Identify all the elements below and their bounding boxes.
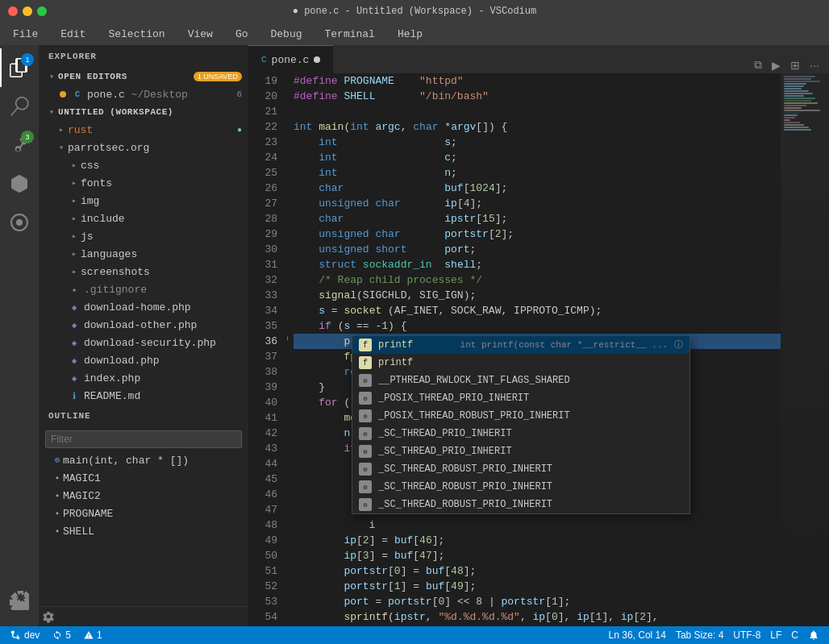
outline-shell[interactable]: ▪ SHELL: [39, 522, 248, 540]
folder-fonts[interactable]: ▸ fonts: [39, 174, 248, 192]
file-readme[interactable]: ℹ README.md: [39, 387, 248, 405]
code-line-54: sprintf(ipstr, "%d.%d.%d.%d", ip[0], ip[…: [294, 609, 781, 625]
menu-go[interactable]: Go: [231, 27, 253, 42]
run-button[interactable]: ▶: [769, 57, 784, 73]
square-icon: ▪: [55, 527, 60, 536]
chevron-right-icon: ▸: [68, 267, 81, 276]
function-icon: f: [359, 356, 372, 369]
autocomplete-item-pthread[interactable]: ⚙ __PTHREAD_RWLOCK_INT_FLAGS_SHARED: [352, 372, 689, 389]
chevron-right-icon: ▸: [68, 196, 81, 206]
md-icon: ℹ: [68, 389, 81, 402]
autocomplete-label: _SC_THREAD_PRIO_INHERIT: [378, 426, 683, 442]
activity-search[interactable]: [0, 87, 39, 126]
open-editors-section: ▾ OPEN EDITORS 1 UNSAVED C pone.c ~/Desk…: [39, 68, 248, 103]
menu-debug[interactable]: Debug: [265, 27, 306, 42]
workspace-header[interactable]: ▾ UNTITLED (WORKSPACE): [39, 103, 248, 121]
code-line-21: [294, 104, 781, 119]
keyword-icon: ⚙: [359, 498, 372, 511]
outline-progname[interactable]: ▪ PROGNAME: [39, 505, 248, 522]
sidebar-settings[interactable]: [39, 606, 248, 626]
file-index[interactable]: ◈ index.php: [39, 369, 248, 387]
folder-rust[interactable]: ▸ rust ●: [39, 121, 248, 139]
outline-magic1[interactable]: ▪ MAGIC1: [39, 469, 248, 487]
folder-include[interactable]: ▸ include: [39, 210, 248, 227]
autocomplete-item-posix1[interactable]: ⚙ _POSIX_THREAD_PRIO_INHERIT: [352, 389, 689, 407]
activity-extensions[interactable]: [0, 164, 39, 203]
chevron-down-icon: ▾: [55, 143, 68, 152]
autocomplete-label: _POSIX_THREAD_PRIO_INHERIT: [378, 391, 683, 406]
folder-languages[interactable]: ▸ languages: [39, 245, 248, 263]
file-download[interactable]: ◈ download.php: [39, 351, 248, 369]
dirty-dot-icon: [55, 88, 68, 101]
more-actions-button[interactable]: ···: [806, 57, 823, 73]
window-controls[interactable]: [8, 6, 47, 16]
status-language[interactable]: C: [788, 629, 802, 641]
status-cursor[interactable]: Ln 36, Col 14: [606, 629, 669, 641]
activity-settings[interactable]: [0, 581, 39, 620]
open-editors-header[interactable]: ▾ OPEN EDITORS 1 UNSAVED: [39, 68, 248, 85]
folder-screenshots[interactable]: ▸ screenshots: [39, 263, 248, 280]
split-editor-button[interactable]: ⧉: [751, 56, 765, 73]
chevron-right-icon: ▸: [68, 231, 81, 241]
layout-button[interactable]: ⊞: [787, 57, 803, 73]
autocomplete-item-sc2[interactable]: ⚙ _SC_THREAD_PRIO_INHERIT: [352, 442, 689, 460]
file-download-other[interactable]: ◈ download-other.php: [39, 316, 248, 334]
autocomplete-item-sc3[interactable]: ⚙ _SC_THREAD_ROBUST_PRIO_INHERIT: [352, 460, 689, 478]
autocomplete-item-posix2[interactable]: ⚙ _POSIX_THREAD_ROBUST_PRIO_INHERIT: [352, 407, 689, 425]
lightbulb-icon[interactable]: 💡: [287, 334, 290, 349]
status-line-ending[interactable]: LF: [767, 629, 785, 641]
code-editor[interactable]: 19 20 21 22 23 24 25 26 27 28 29 30 31 3…: [248, 73, 781, 626]
keyword-icon: ⚙: [359, 427, 372, 440]
menu-file[interactable]: File: [8, 27, 43, 42]
autocomplete-dropdown[interactable]: f printf int printf(const char *__restri…: [352, 335, 690, 514]
file-download-security[interactable]: ◈ download-security.php: [39, 334, 248, 351]
status-branch[interactable]: dev: [6, 629, 43, 641]
tab-actions: ⧉ ▶ ⊞ ···: [751, 56, 829, 73]
status-encoding[interactable]: UTF-8: [730, 629, 764, 641]
menu-help[interactable]: Help: [393, 27, 427, 42]
menu-edit[interactable]: Edit: [56, 27, 90, 42]
autocomplete-item-sc1[interactable]: ⚙ _SC_THREAD_PRIO_INHERIT: [352, 425, 689, 442]
outline-section: OUTLINE ⊙ main(int, char * []) ▪ MAGIC1 …: [39, 405, 248, 606]
menu-terminal[interactable]: Terminal: [320, 27, 380, 42]
status-sync[interactable]: 5: [49, 629, 74, 641]
folder-img[interactable]: ▸ img: [39, 192, 248, 210]
explorer-header: EXPLORER: [39, 45, 248, 68]
folder-js[interactable]: ▸ js: [39, 227, 248, 245]
activity-remote[interactable]: [0, 203, 39, 242]
code-line-33: signal(SIGCHLD, SIG_IGN);: [294, 288, 781, 303]
autocomplete-item-printf1[interactable]: f printf int printf(const char *__restri…: [352, 336, 689, 354]
autocomplete-item-sc4[interactable]: ⚙ _SC_THREAD_ROBUST_PRIO_INHERIT: [352, 478, 689, 496]
status-notification[interactable]: [805, 629, 823, 641]
maximize-button[interactable]: [37, 6, 47, 16]
activity-explorer[interactable]: 1: [0, 48, 39, 87]
status-warning[interactable]: 1: [81, 629, 106, 641]
keyword-icon: ⚙: [359, 392, 372, 405]
chevron-right-icon: ▸: [68, 214, 81, 223]
menu-view[interactable]: View: [183, 27, 218, 42]
outline-filter-input[interactable]: [45, 430, 242, 448]
autocomplete-label: printf: [378, 338, 443, 353]
menu-selection[interactable]: Selection: [103, 27, 169, 42]
open-file-pone-c[interactable]: C pone.c ~/Desktop 6: [39, 85, 248, 103]
outline-main-function[interactable]: ⊙ main(int, char * []): [39, 451, 248, 469]
file-gitignore[interactable]: ✦ .gitignore: [39, 280, 248, 298]
close-button[interactable]: [8, 6, 18, 16]
tab-pone-c[interactable]: C pone.c: [248, 45, 333, 73]
chevron-down-icon: ▾: [45, 107, 58, 117]
outline-header[interactable]: OUTLINE: [39, 405, 248, 427]
autocomplete-item-printf2[interactable]: f printf: [352, 354, 689, 372]
code-line-28: char ipstr[15];: [294, 211, 781, 226]
minimize-button[interactable]: [23, 6, 32, 16]
keyword-icon: ⚙: [359, 409, 372, 422]
file-download-home[interactable]: ◈ download-home.php: [39, 298, 248, 316]
workspace-section: ▾ UNTITLED (WORKSPACE) ▸ rust ● ▾ parrot…: [39, 103, 248, 405]
activity-source-control[interactable]: 3: [0, 126, 39, 164]
outline-magic2[interactable]: ▪ MAGIC2: [39, 487, 248, 505]
folder-css[interactable]: ▸ css: [39, 156, 248, 174]
chevron-right-icon: ▸: [68, 249, 81, 259]
code-content[interactable]: #define PROGNAME "httpd" #define SHELL "…: [287, 73, 781, 626]
status-tab-size[interactable]: Tab Size: 4: [673, 629, 727, 641]
autocomplete-item-sc5[interactable]: ⚙ _SC_THREAD_ROBUST_PRIO_INHERIT: [352, 496, 689, 513]
folder-parrotsec[interactable]: ▾ parrotsec.org: [39, 139, 248, 156]
